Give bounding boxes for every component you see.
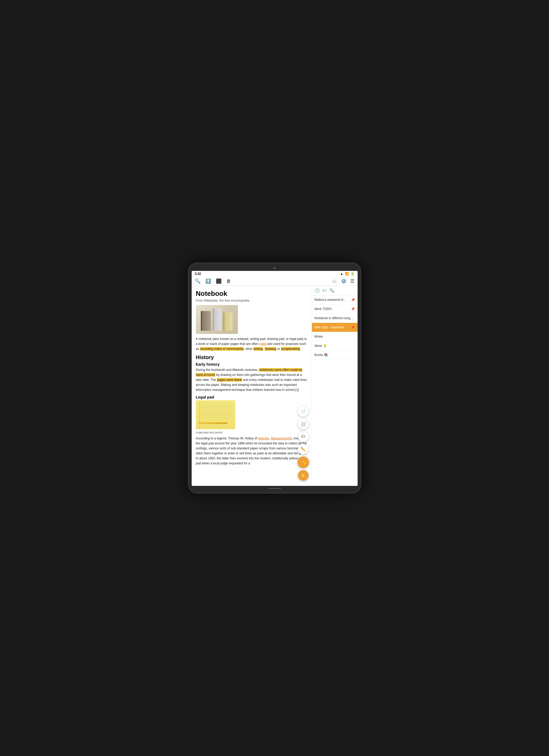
notebook-image-inner bbox=[201, 308, 233, 331]
sidebar-item-books-label: Books 📚 bbox=[315, 353, 355, 357]
legal-pencil bbox=[198, 422, 227, 424]
legal-paragraph: According to a legend, Thomas W. Holley … bbox=[196, 436, 307, 466]
status-time: 3:22 bbox=[195, 272, 201, 276]
status-bar: 3:22 ▲ 📶 🔋 bbox=[192, 271, 358, 277]
sidebar-search-icon[interactable]: 🔍 bbox=[329, 288, 334, 293]
sidebar-tag-icon[interactable]: 🏷 bbox=[322, 288, 327, 293]
intro-highlight-writing: writing bbox=[253, 347, 263, 351]
sidebar-item-worktodo[interactable]: Work TODO 📌 bbox=[312, 305, 358, 314]
delete-icon[interactable]: 🗑 bbox=[226, 279, 231, 284]
toolbar: 🔍 ⬆️ ⬛ 🗑 ☁️ ⚙️ ☰ bbox=[192, 277, 358, 286]
sidebar-item-ideas[interactable]: Ideas 💡 bbox=[312, 341, 358, 350]
notebook-book-1 bbox=[201, 311, 211, 331]
notebook-book-2 bbox=[213, 308, 221, 331]
intro-period: . bbox=[300, 347, 301, 351]
sidebar-item-webclips-pin: 📌 bbox=[351, 325, 355, 329]
legal-line-3 bbox=[201, 408, 233, 408]
tablet-frame: 3:22 ▲ 📶 🔋 🔍 ⬆️ ⬛ 🗑 ☁️ ⚙️ ☰ bbox=[188, 263, 361, 493]
legal-line-2 bbox=[201, 405, 233, 406]
legal-line-1 bbox=[201, 403, 233, 403]
sidebar-item-webclips[interactable]: Web clips - notebook 📌 bbox=[312, 323, 358, 332]
battery-icon: 🔋 bbox=[351, 272, 354, 276]
intro-text-4: or bbox=[276, 347, 281, 351]
intro-highlight-drawing: drawing bbox=[265, 347, 276, 351]
signal-icon: 📶 bbox=[345, 272, 349, 276]
intro-highlight-scrapbooking: scrapbooking bbox=[281, 347, 300, 351]
sidebar-item-ideas-label: Ideas 💡 bbox=[315, 344, 355, 348]
intro-paragraph: A notebook (also known as a notepad, wri… bbox=[196, 337, 307, 352]
sidebar-item-mallorca[interactable]: Mallorca weekend tri… 📌 bbox=[312, 295, 358, 305]
sidebar-item-mallorca-pin: 📌 bbox=[351, 298, 355, 302]
legal-text-2: , invented the legal pad around the year… bbox=[196, 437, 307, 465]
main-content: Notebook From Wikipedia, the free encycl… bbox=[192, 286, 312, 486]
legal-link-holyoke[interactable]: Holyoke, Massachusetts bbox=[258, 437, 292, 440]
scan-fab[interactable]: ⬜ bbox=[298, 419, 309, 429]
sidebar-history-icon[interactable]: 🕐 bbox=[315, 288, 320, 293]
sidebar-item-worktodo-pin: 📌 bbox=[351, 307, 355, 311]
page-title: Notebook bbox=[196, 290, 307, 298]
edit-fab[interactable]: ✏️ bbox=[297, 456, 309, 468]
share-icon[interactable]: ⬆️ bbox=[205, 278, 211, 284]
sidebar-topbar: 🕐 🏷 🔍 bbox=[312, 286, 358, 295]
settings-icon[interactable]: ⚙️ bbox=[341, 278, 347, 284]
tablet-camera bbox=[274, 267, 276, 269]
content-area: Notebook From Wikipedia, the free encycl… bbox=[192, 286, 358, 486]
close-fab[interactable]: ✕ bbox=[298, 470, 309, 481]
intro-link-ruled[interactable]: ruled bbox=[259, 342, 266, 346]
legal-img-caption: Legal pad and pencil bbox=[196, 431, 307, 434]
tag-fab[interactable]: 🏷 bbox=[298, 431, 309, 442]
legal-pad-heading: Legal pad bbox=[196, 395, 307, 399]
notebook-book-3 bbox=[223, 312, 233, 331]
tablet-home-button[interactable] bbox=[268, 488, 281, 489]
sidebar-item-worktodo-label: Work TODO bbox=[315, 307, 351, 311]
fab-container: 📄 ⬜ 🏷 ✏️ ✏️ ✕ bbox=[297, 406, 309, 481]
tablet-screen: 3:22 ▲ 📶 🔋 🔍 ⬆️ ⬛ 🗑 ☁️ ⚙️ ☰ bbox=[192, 271, 358, 486]
menu-icon[interactable]: ☰ bbox=[350, 278, 354, 284]
search-icon[interactable]: 🔍 bbox=[195, 278, 201, 284]
history-heading: History bbox=[196, 354, 307, 360]
sidebar-item-motes-label: Motes bbox=[315, 335, 355, 338]
notebook-image bbox=[196, 305, 238, 334]
legal-line-6 bbox=[201, 415, 233, 415]
cloud-icon[interactable]: ☁️ bbox=[331, 278, 337, 284]
early-highlight-2: pages were blank bbox=[217, 378, 242, 382]
sidebar-item-motes[interactable]: Motes bbox=[312, 332, 358, 341]
legal-line-7 bbox=[201, 417, 233, 417]
wifi-icon: ▲ bbox=[340, 272, 343, 276]
legal-line-5 bbox=[201, 412, 233, 413]
sidebar: 🕐 🏷 🔍 Mallorca weekend tri… 📌 Work TODO … bbox=[312, 286, 358, 486]
early-history-heading: Early history bbox=[196, 362, 307, 366]
intro-text-3: , other bbox=[244, 347, 253, 351]
eraser-fab[interactable]: ✏️ bbox=[298, 444, 309, 454]
early-text-1: During the fourteenth and fifteenth cent… bbox=[196, 368, 259, 372]
sidebar-item-notebook-langs-label: Notebook in different lang… bbox=[315, 316, 355, 320]
sidebar-items-list: Mallorca weekend tri… 📌 Work TODO 📌 Note… bbox=[312, 295, 358, 486]
sidebar-item-notebook-langs[interactable]: Notebook in different lang… bbox=[312, 314, 358, 323]
save-icon[interactable]: ⬛ bbox=[216, 278, 222, 284]
legal-pad-image bbox=[196, 400, 235, 429]
legal-text-1: According to a legend, Thomas W. Holley … bbox=[196, 437, 258, 440]
sidebar-item-mallorca-label: Mallorca weekend tri… bbox=[315, 298, 351, 302]
toolbar-left: 🔍 ⬆️ ⬛ 🗑 bbox=[195, 278, 231, 284]
intro-highlight-notes: recording notes or memoranda bbox=[200, 347, 244, 351]
toolbar-right: ☁️ ⚙️ ☰ bbox=[331, 278, 354, 284]
subtitle: From Wikipedia, the free encyclopedia bbox=[196, 299, 307, 302]
new-note-fab[interactable]: 📄 bbox=[298, 406, 309, 417]
sidebar-item-webclips-label: Web clips - notebook bbox=[315, 325, 351, 329]
sidebar-item-books[interactable]: Books 📚 bbox=[312, 350, 358, 360]
legal-line-4 bbox=[201, 410, 233, 410]
early-history-paragraph: During the fourteenth and fifteenth cent… bbox=[196, 367, 307, 393]
status-icons: ▲ 📶 🔋 bbox=[340, 272, 354, 276]
